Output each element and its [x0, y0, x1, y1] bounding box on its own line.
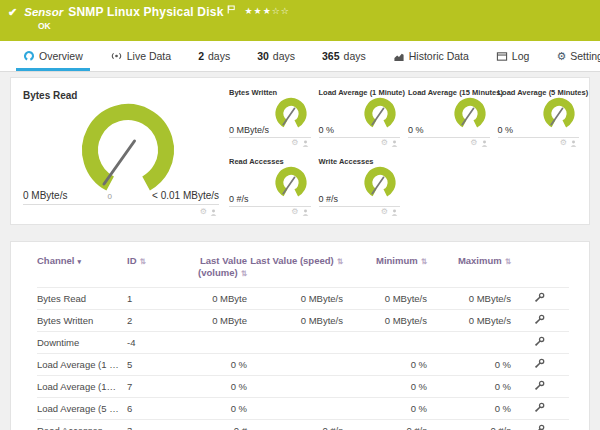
table-row-read-accesses: Read Accesses30 #0 #/s0 #/s0 #/s [37, 419, 569, 430]
edit-channel-icon[interactable] [534, 314, 545, 325]
cell-actions [511, 309, 569, 331]
edit-channel-icon[interactable] [534, 358, 545, 369]
table-row-load-average-5-minutes: Load Average (5 Minutes)60 %0 %0 % [37, 397, 569, 419]
cell-maximum: 0 % [427, 375, 511, 397]
mini-gauge-value: 0 % [408, 125, 424, 135]
cell-channel[interactable]: Bytes Written [37, 309, 127, 331]
sort-icon: ⇅ [505, 257, 511, 266]
person-icon[interactable] [570, 140, 577, 147]
cell-id: 7 [127, 375, 163, 397]
tab-label: Log [512, 50, 530, 62]
edit-channel-icon[interactable] [534, 402, 545, 413]
mini-gauge-dial [273, 95, 309, 131]
mini-gauge-bytes-written: Bytes Written0 MByte/s⚙ [229, 84, 311, 148]
edit-channel-icon[interactable] [534, 424, 545, 430]
column-header-last-value-speed[interactable]: Last Value (speed)⇅ [247, 252, 343, 287]
person-icon[interactable] [302, 140, 309, 147]
column-header-last-value-volume[interactable]: Last Value (volume)⇅ [163, 252, 247, 287]
tab-settings[interactable]: ⚙Settings [549, 41, 600, 71]
table-row-downtime: Downtime-4 [37, 331, 569, 353]
cell-minimum: 0 #/s [343, 419, 427, 430]
mini-gauge-label: Bytes Written [229, 88, 277, 97]
cell-last-value-speed: 0 MByte/s [247, 287, 343, 309]
column-header-maximum[interactable]: Maximum⇅ [427, 252, 511, 287]
cell-channel[interactable]: Bytes Read [37, 287, 127, 309]
tab-log[interactable]: Log [489, 41, 537, 71]
cell-maximum [427, 331, 511, 353]
cell-last-value-volume [163, 331, 247, 353]
primary-gauge-label: Bytes Read [23, 90, 77, 101]
cell-minimum [343, 331, 427, 353]
column-header-id[interactable]: ID⇅ [127, 252, 163, 287]
gear-icon[interactable]: ⚙ [291, 208, 298, 216]
cell-maximum: 0 MByte/s [427, 287, 511, 309]
gear-icon[interactable]: ⚙ [291, 139, 298, 147]
cell-last-value-volume: 0 % [163, 375, 247, 397]
channel-table: Channel▾ID⇅Last Value (volume)⇅Last Valu… [37, 252, 569, 430]
mini-gauge-value: 0 #/s [319, 194, 339, 204]
cell-id: 6 [127, 397, 163, 419]
person-icon[interactable] [302, 209, 309, 216]
cell-last-value-speed: 0 #/s [247, 419, 343, 430]
mini-gauge-load-average-15-minutes: Load Average (15 Minutes)0 %⚙ [408, 84, 490, 148]
column-header-minimum[interactable]: Minimum⇅ [343, 252, 427, 287]
gauge-needle [372, 108, 383, 124]
person-icon[interactable] [210, 209, 217, 216]
cell-actions [511, 419, 569, 430]
live-data-icon [110, 50, 123, 62]
tab-30-days[interactable]: 30days [250, 41, 302, 71]
gear-icon[interactable]: ⚙ [560, 139, 567, 147]
status-badge: OK [38, 21, 592, 31]
table-row-bytes-written: Bytes Written20 MByte0 MByte/s0 MByte/s0… [37, 309, 569, 331]
gear-icon[interactable]: ⚙ [381, 208, 388, 216]
cell-last-value-volume: 0 # [163, 419, 247, 430]
gauge-min-label: 0 MByte/s [23, 190, 67, 201]
cell-last-value-speed [247, 375, 343, 397]
tab-overview[interactable]: Overview [16, 41, 90, 71]
cell-last-value-volume: 0 % [163, 397, 247, 419]
person-icon[interactable] [481, 140, 488, 147]
tab-label: days [273, 50, 295, 62]
channel-table-panel: Channel▾ID⇅Last Value (volume)⇅Last Valu… [10, 241, 590, 430]
tab-number: 2 [198, 50, 204, 62]
cell-channel[interactable]: Downtime [37, 331, 127, 353]
edit-channel-icon[interactable] [534, 336, 545, 347]
tab-label: days [208, 50, 230, 62]
mini-gauge-grid: Bytes Written0 MByte/s⚙Load Average (1 M… [221, 84, 579, 218]
cell-minimum: 0 % [343, 397, 427, 419]
mini-gauge-dial [362, 164, 398, 200]
tab-label: Overview [39, 50, 83, 62]
cell-id: 1 [127, 287, 163, 309]
overview-content: Bytes Read 0 MByte/s 0 < 0.01 MByte/s ⚙ … [0, 72, 600, 430]
person-icon[interactable] [391, 140, 398, 147]
gear-icon[interactable]: ⚙ [200, 208, 207, 216]
rating-stars[interactable]: ★★★☆☆ [245, 6, 290, 16]
prtg-sensor-page: ✔ Sensor SNMP Linux Physical Disk ★★★☆☆ … [0, 0, 600, 430]
tab-live-data[interactable]: Live Data [103, 41, 178, 71]
person-icon[interactable] [391, 209, 398, 216]
flag-icon[interactable] [227, 0, 235, 18]
sensor-type-label: Sensor [24, 6, 63, 18]
edit-channel-icon[interactable] [534, 380, 545, 391]
table-header-row: Channel▾ID⇅Last Value (volume)⇅Last Valu… [37, 252, 569, 287]
column-header-channel[interactable]: Channel▾ [37, 252, 127, 287]
tab-2-days[interactable]: 2days [191, 41, 237, 71]
cell-channel[interactable]: Read Accesses [37, 419, 127, 430]
edit-channel-icon[interactable] [534, 292, 545, 303]
tab-365-days[interactable]: 365days [315, 41, 373, 71]
cell-id: 5 [127, 353, 163, 375]
cell-channel[interactable]: Load Average (15 Minutes) [37, 375, 127, 397]
gear-icon[interactable]: ⚙ [381, 139, 388, 147]
cell-channel[interactable]: Load Average (1 Minute) [37, 353, 127, 375]
mini-gauge-value: 0 % [319, 125, 335, 135]
tab-historic-data[interactable]: Historic Data [386, 41, 476, 71]
cell-last-value-speed [247, 331, 343, 353]
gear-icon[interactable]: ⚙ [470, 139, 477, 147]
cell-actions [511, 331, 569, 353]
cell-channel[interactable]: Load Average (5 Minutes) [37, 397, 127, 419]
cell-last-value-volume: 0 MByte [163, 287, 247, 309]
tab-label: Live Data [127, 50, 171, 62]
cell-maximum: 0 % [427, 353, 511, 375]
cell-last-value-speed [247, 397, 343, 419]
mini-gauge-dial [362, 95, 398, 131]
